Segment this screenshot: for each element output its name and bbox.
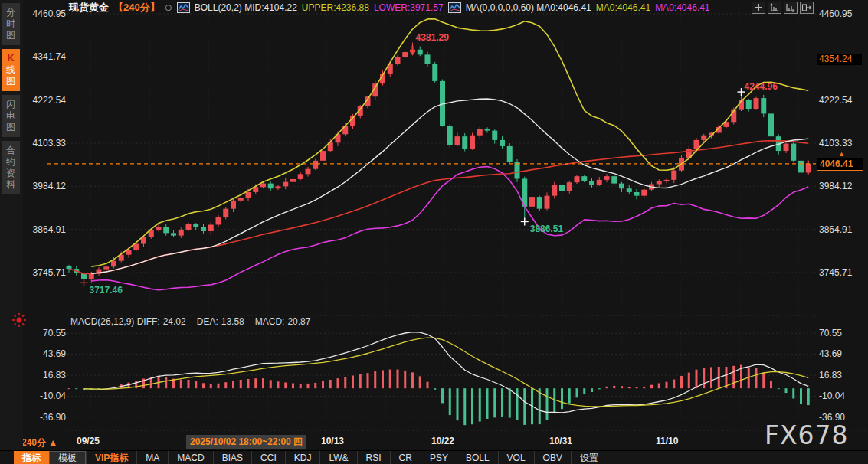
sidebar-tab-char: 时 bbox=[2, 18, 20, 30]
sidebar-tab-1[interactable]: 分时图 bbox=[2, 3, 20, 45]
sidebar: 分时图K线图闪电图合约资料 bbox=[0, 0, 23, 464]
live-indicator-icon bbox=[11, 312, 27, 328]
sidebar-tab-char: 分 bbox=[2, 7, 20, 18]
current-price-label: 4046.41 bbox=[817, 158, 863, 171]
axis-tick-label: 3745.71 bbox=[26, 267, 66, 278]
crosshair-icon[interactable] bbox=[752, 2, 765, 14]
axis-tick-label: 4222.54 bbox=[26, 95, 66, 106]
boll-indicator-icon bbox=[177, 2, 190, 13]
axis-tick-label: 3745.71 bbox=[819, 267, 859, 278]
price-low-annotation: 3717.46 bbox=[90, 285, 123, 296]
axis-tick-label: 3864.91 bbox=[26, 224, 66, 235]
axis-tick-label: 3984.12 bbox=[819, 181, 859, 191]
sidebar-tab-char: 图 bbox=[2, 122, 20, 133]
ma60-value-3: MA0:4046.41 bbox=[655, 2, 709, 13]
axis-tick-label: -10.04 bbox=[26, 390, 66, 401]
axis-tick-label: -36.90 bbox=[26, 412, 66, 423]
axis-tick-label: 43.69 bbox=[819, 348, 859, 359]
axis-tick-label: 16.83 bbox=[819, 370, 859, 381]
ma60-value: MA(0,0,0,0,0,60) MA0:4046.41 bbox=[466, 2, 591, 13]
period-label: 【240分】 bbox=[113, 1, 160, 15]
axis-tick-label: 16.83 bbox=[26, 370, 66, 381]
toolbar-item-指标[interactable]: 指标 bbox=[14, 451, 49, 464]
time-axis-label: 10/31 bbox=[549, 436, 572, 446]
sidebar-tab-char: 料 bbox=[2, 179, 20, 191]
toolbar-item-LW&[interactable]: LW& bbox=[319, 451, 356, 464]
sidebar-tab-char: K bbox=[2, 53, 20, 64]
chart-header: 现货黄金 【240分】 ⊖ BOLL(20,2) MID:4104.22 UPP… bbox=[69, 1, 710, 15]
sidebar-tab-char: 约 bbox=[2, 156, 20, 168]
axis-tick-label: 4103.33 bbox=[819, 138, 859, 149]
toolbar-item-BOLL[interactable]: BOLL bbox=[457, 451, 498, 464]
price-high-annotation: 4244.96 bbox=[745, 81, 778, 92]
symbol-title: 现货黄金 bbox=[69, 1, 109, 15]
sidebar-tab-char: 闪 bbox=[2, 99, 20, 110]
session-high-price-label: 4354.24 bbox=[817, 54, 862, 65]
toolbar-item-模板[interactable]: 模板 bbox=[49, 451, 86, 464]
sidebar-tab-char: 合 bbox=[2, 145, 20, 156]
axis-tick-label: 3984.12 bbox=[26, 181, 66, 191]
ma60-value-2: MA0:4046.41 bbox=[596, 2, 650, 13]
sidebar-tab-4[interactable]: 合约资料 bbox=[2, 141, 20, 194]
macd-legend: MACD(26,12,9) DIFF:-24.02 DEA:-13.58 MAC… bbox=[70, 316, 310, 327]
axis-tick-label: 3864.91 bbox=[819, 224, 859, 235]
indicator-toolbar: 指标模板VIP指标MAMACDBIASCCIKDJLW&RSICRPSYBOLL… bbox=[0, 450, 868, 464]
macd-value: MACD:-20.87 bbox=[255, 316, 311, 327]
fit-x-axis-icon[interactable] bbox=[784, 2, 798, 14]
brand-watermark: FX678 bbox=[765, 420, 849, 450]
price-low-annotation: 3886.51 bbox=[530, 224, 563, 234]
price-high-annotation: 4381.29 bbox=[416, 32, 449, 43]
crosshair-date-tooltip: 2025/10/02 18:00~22:00 四 bbox=[186, 435, 306, 449]
macd-dea-value: DEA:-13.58 bbox=[197, 316, 244, 327]
toolbar-item-PSY[interactable]: PSY bbox=[421, 451, 457, 464]
boll-mid-value: BOLL(20,2) MID:4104.22 bbox=[195, 2, 297, 13]
axis-tick-label: 70.55 bbox=[26, 328, 66, 338]
time-axis-label: 11/10 bbox=[656, 436, 678, 446]
axis-tick-label: 4460.95 bbox=[26, 8, 66, 19]
time-axis-label: 10/22 bbox=[431, 436, 454, 446]
sidebar-tab-char: 图 bbox=[2, 30, 20, 41]
toolbar-item-BIAS[interactable]: BIAS bbox=[213, 451, 251, 464]
toolbar-item-CCI[interactable]: CCI bbox=[251, 451, 285, 464]
axis-tick-label: 4222.54 bbox=[819, 95, 859, 106]
toolbar-item-RSI[interactable]: RSI bbox=[357, 451, 390, 464]
sidebar-tab-2[interactable]: K线图 bbox=[2, 49, 20, 91]
sidebar-tab-char: 图 bbox=[2, 76, 20, 87]
sidebar-tab-char: 电 bbox=[2, 110, 20, 122]
time-axis-label: 10/13 bbox=[321, 436, 344, 446]
toolbar-item-KDJ[interactable]: KDJ bbox=[285, 451, 320, 464]
timeframe-badge[interactable]: 240分 ▲ bbox=[21, 436, 57, 449]
axis-tick-label: -10.04 bbox=[819, 390, 859, 401]
toolbar-item-VIP指标[interactable]: VIP指标 bbox=[86, 451, 136, 464]
macd-diff-value: MACD(26,12,9) DIFF:-24.02 bbox=[70, 316, 186, 327]
collapse-icon[interactable]: ⊖ bbox=[165, 2, 172, 13]
axis-tick-label: 4103.33 bbox=[26, 138, 66, 149]
toolbar-item-MA[interactable]: MA bbox=[136, 451, 168, 464]
toolbar-item-设置[interactable]: 设置 bbox=[571, 451, 607, 464]
toolbar-item-MACD[interactable]: MACD bbox=[168, 451, 212, 464]
axis-tick-label: 4460.95 bbox=[819, 8, 859, 19]
time-axis-label: 09/25 bbox=[77, 436, 100, 446]
sidebar-tab-3[interactable]: 闪电图 bbox=[2, 95, 20, 137]
toolbar-item-CR[interactable]: CR bbox=[390, 451, 421, 464]
toolbar-item-VOL[interactable]: VOL bbox=[498, 451, 534, 464]
axis-tick-label: 4341.74 bbox=[26, 51, 66, 62]
fit-y-axis-icon[interactable] bbox=[768, 2, 781, 14]
axis-tick-label: 70.55 bbox=[819, 328, 859, 338]
pan-right-icon[interactable] bbox=[800, 2, 814, 14]
sidebar-tab-char: 资 bbox=[2, 168, 20, 179]
boll-upper-value: UPPER:4236.88 bbox=[302, 2, 369, 13]
axis-tick-label: 43.69 bbox=[26, 348, 66, 359]
boll-lower-value: LOWER:3971.57 bbox=[374, 2, 444, 13]
app-window: 分时图K线图闪电图合约资料 现货黄金 【240分】 ⊖ BOLL(20,2) M… bbox=[0, 0, 868, 464]
chart-tool-icons bbox=[752, 2, 814, 14]
ma-indicator-icon bbox=[448, 2, 461, 13]
chart-canvas[interactable] bbox=[0, 0, 868, 464]
toolbar-item-OBV[interactable]: OBV bbox=[534, 451, 571, 464]
sidebar-tab-char: 线 bbox=[2, 64, 20, 76]
current-price-arrow-icon: ▲ bbox=[838, 150, 845, 158]
